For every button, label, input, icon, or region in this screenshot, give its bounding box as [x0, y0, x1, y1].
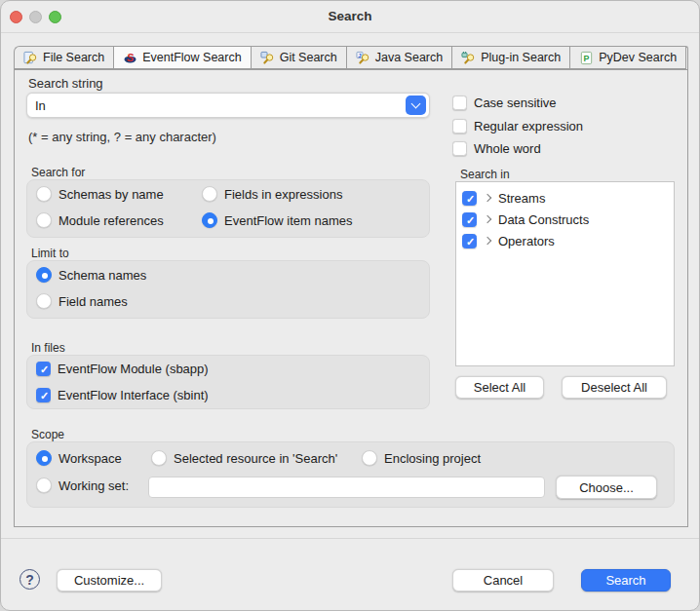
- workspace-label: Workspace: [58, 451, 122, 466]
- svg-text:P: P: [584, 53, 590, 62]
- working-set-option[interactable]: Working set:: [36, 477, 129, 493]
- svg-text:S: S: [127, 52, 135, 63]
- selected-resource-radio[interactable]: [151, 450, 167, 466]
- tab-strip: File Search S EventFlow Search Git Searc…: [14, 46, 688, 69]
- eventflow-search-panel: Search string (* = any string, ? = any c…: [14, 69, 688, 527]
- search-string-combobox[interactable]: [26, 93, 430, 118]
- java-search-icon: J: [356, 51, 370, 65]
- chevron-right-icon[interactable]: [484, 237, 491, 245]
- titlebar: Search: [1, 1, 699, 33]
- limit-to-label: Limit to: [31, 247, 69, 260]
- eventflow-search-icon: S: [123, 51, 137, 65]
- regular-expression-option[interactable]: Regular expression: [452, 119, 583, 134]
- field-names-label: Field names: [58, 294, 128, 309]
- schema-names-option[interactable]: Schema names: [36, 267, 146, 283]
- workspace-option[interactable]: Workspace: [36, 450, 122, 466]
- tab-label: File Search: [43, 51, 104, 64]
- selected-resource-label: Selected resource in 'Search': [174, 451, 337, 466]
- data-constructs-label: Data Constructs: [498, 212, 589, 227]
- combobox-dropdown-button[interactable]: [406, 95, 426, 115]
- eventflow-module-label: EventFlow Module (sbapp): [58, 362, 209, 376]
- tab-label: PyDev Search: [599, 51, 677, 64]
- tab-pydev-search[interactable]: P PyDev Search: [569, 46, 685, 69]
- whole-word-checkbox[interactable]: [452, 141, 467, 156]
- working-set-input[interactable]: [148, 477, 545, 498]
- deselect-all-button[interactable]: Deselect All: [562, 376, 667, 399]
- streams-label: Streams: [498, 191, 545, 206]
- scope-label: Scope: [31, 428, 64, 441]
- data-constructs-checkbox[interactable]: [462, 212, 477, 227]
- customize-button[interactable]: Customize...: [57, 569, 162, 592]
- search-in-label: Search in: [460, 168, 510, 181]
- eventflow-interface-label: EventFlow Interface (sbint): [58, 388, 209, 402]
- wildcard-hint: (* = any string, ? = any character): [28, 130, 216, 144]
- regular-expression-label: Regular expression: [474, 119, 583, 134]
- tab-plugin-search[interactable]: Plug-in Search: [451, 46, 569, 69]
- enclosing-project-label: Enclosing project: [384, 451, 481, 466]
- in-files-label: In files: [31, 341, 65, 355]
- search-in-tree: Streams Data Constructs Operators: [455, 181, 675, 366]
- eventflow-module-option[interactable]: EventFlow Module (sbapp): [36, 362, 209, 376]
- search-button[interactable]: Search: [581, 569, 671, 592]
- pydev-search-icon: P: [579, 51, 594, 65]
- eventflow-module-checkbox[interactable]: [36, 362, 51, 376]
- svg-text:J: J: [358, 51, 361, 57]
- schemas-by-name-option[interactable]: Schemas by name: [36, 186, 164, 202]
- eventflow-item-names-radio[interactable]: [202, 212, 217, 228]
- search-for-label: Search for: [31, 166, 85, 179]
- working-set-label: Working set:: [58, 478, 129, 493]
- help-button[interactable]: ?: [19, 569, 40, 590]
- tab-filler: [685, 46, 688, 69]
- search-string-input[interactable]: [27, 98, 406, 113]
- file-search-icon: [23, 51, 38, 65]
- whole-word-option[interactable]: Whole word: [452, 141, 541, 156]
- whole-word-label: Whole word: [474, 141, 541, 156]
- streams-checkbox[interactable]: [462, 191, 477, 206]
- tab-label: Java Search: [375, 51, 443, 64]
- select-all-button[interactable]: Select All: [455, 376, 544, 399]
- schema-names-radio[interactable]: [36, 267, 52, 283]
- fields-in-expressions-radio[interactable]: [202, 186, 217, 202]
- chevron-down-icon: [411, 99, 421, 109]
- tab-label: EventFlow Search: [142, 51, 241, 64]
- working-set-radio[interactable]: [36, 477, 52, 493]
- field-names-option[interactable]: Field names: [36, 293, 128, 309]
- search-dialog: Search File Search S EventFlow Search Gi…: [0, 0, 700, 611]
- module-references-label: Module references: [58, 213, 164, 228]
- operators-checkbox[interactable]: [462, 234, 477, 248]
- case-sensitive-label: Case sensitive: [474, 95, 557, 110]
- schemas-by-name-radio[interactable]: [36, 186, 52, 202]
- tree-row-data-constructs[interactable]: Data Constructs: [456, 209, 674, 230]
- tab-git-search[interactable]: Git Search: [251, 46, 346, 69]
- cancel-button[interactable]: Cancel: [452, 569, 554, 592]
- enclosing-project-radio[interactable]: [362, 450, 377, 466]
- git-search-icon: [260, 51, 275, 65]
- tree-row-streams[interactable]: Streams: [456, 187, 674, 209]
- tab-label: Plug-in Search: [481, 51, 561, 64]
- tab-eventflow-search[interactable]: S EventFlow Search: [113, 46, 250, 69]
- case-sensitive-checkbox[interactable]: [452, 95, 467, 110]
- tree-row-operators[interactable]: Operators: [456, 230, 674, 251]
- schema-names-label: Schema names: [58, 268, 146, 283]
- enclosing-project-option[interactable]: Enclosing project: [362, 450, 481, 466]
- plugin-search-icon: [461, 51, 476, 65]
- module-references-option[interactable]: Module references: [36, 212, 164, 228]
- module-references-radio[interactable]: [36, 212, 52, 228]
- choose-button[interactable]: Choose...: [556, 476, 657, 499]
- tab-java-search[interactable]: J Java Search: [346, 46, 451, 69]
- case-sensitive-option[interactable]: Case sensitive: [452, 95, 557, 110]
- regular-expression-checkbox[interactable]: [452, 119, 467, 134]
- tab-label: Git Search: [280, 51, 337, 64]
- fields-in-expressions-option[interactable]: Fields in expressions: [202, 186, 342, 202]
- chevron-right-icon[interactable]: [484, 194, 491, 202]
- field-names-radio[interactable]: [36, 293, 52, 309]
- selected-resource-option[interactable]: Selected resource in 'Search': [151, 450, 337, 466]
- tab-file-search[interactable]: File Search: [14, 46, 113, 69]
- eventflow-item-names-option[interactable]: EventFlow item names: [202, 212, 353, 228]
- eventflow-item-names-label: EventFlow item names: [224, 213, 353, 228]
- eventflow-interface-option[interactable]: EventFlow Interface (sbint): [36, 388, 209, 402]
- workspace-radio[interactable]: [36, 450, 52, 466]
- schemas-by-name-label: Schemas by name: [58, 187, 164, 202]
- eventflow-interface-checkbox[interactable]: [36, 388, 51, 402]
- chevron-right-icon[interactable]: [484, 215, 491, 223]
